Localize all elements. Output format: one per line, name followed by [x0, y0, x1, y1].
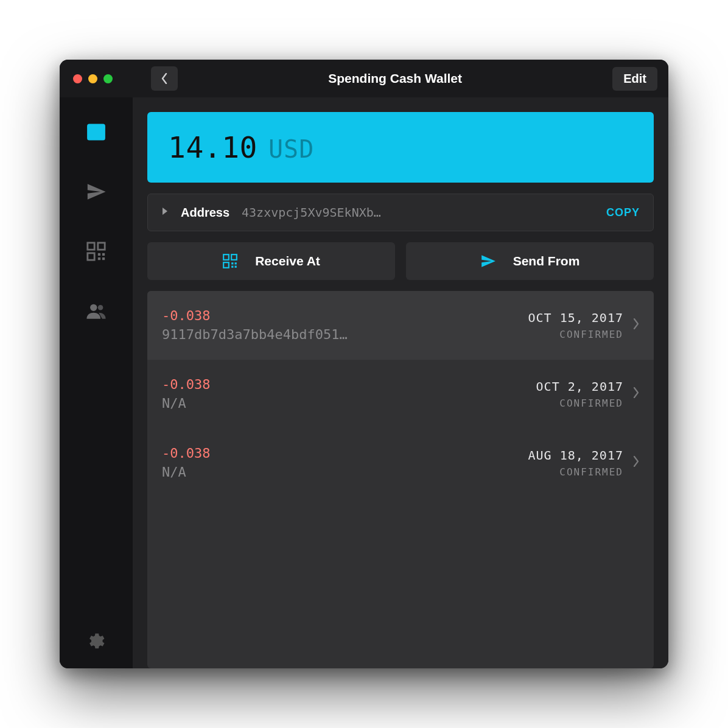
- window-controls: [73, 74, 134, 83]
- svg-rect-7: [98, 257, 100, 260]
- gear-icon: [86, 631, 107, 651]
- balance-card: 14.10 USD: [147, 112, 654, 183]
- chevron-right-icon: [633, 387, 639, 401]
- contacts-icon: [86, 301, 107, 321]
- body: 14.10 USD Address 43zxvpcj5Xv9SEkNXb… CO…: [60, 97, 668, 668]
- titlebar: Spending Cash Wallet Edit: [60, 60, 668, 97]
- svg-rect-3: [98, 243, 105, 250]
- qr-code-icon: [86, 241, 107, 262]
- svg-rect-2: [88, 243, 94, 250]
- chevron-right-icon: [633, 456, 639, 469]
- minimize-window-button[interactable]: [88, 74, 97, 83]
- svg-rect-5: [98, 253, 100, 256]
- tx-hash: N/A: [162, 464, 519, 480]
- sidebar-wallet[interactable]: [86, 122, 107, 142]
- svg-rect-12: [231, 254, 237, 260]
- address-label: Address: [181, 206, 229, 220]
- svg-rect-6: [102, 253, 105, 256]
- page-title: Spending Cash Wallet: [178, 71, 612, 86]
- address-row[interactable]: Address 43zxvpcj5Xv9SEkNXb… COPY: [147, 194, 654, 231]
- tx-amount: -0.038: [162, 308, 519, 323]
- balance-amount: 14.10: [168, 130, 257, 164]
- tx-status: CONFIRMED: [528, 329, 624, 340]
- sidebar-send[interactable]: [86, 181, 107, 202]
- svg-rect-17: [235, 266, 237, 268]
- tx-hash: 9117db7d3a7bb4e4bdf051…: [162, 327, 519, 342]
- send-button[interactable]: Send From: [406, 242, 654, 280]
- svg-rect-13: [223, 262, 229, 268]
- balance-currency: USD: [268, 135, 314, 163]
- sidebar-settings[interactable]: [86, 631, 107, 651]
- triangle-right-icon: [161, 207, 169, 215]
- transaction-row[interactable]: -0.038 N/A OCT 2, 2017 CONFIRMED: [147, 360, 654, 429]
- maximize-window-button[interactable]: [103, 74, 113, 83]
- tx-date: AUG 18, 2017: [528, 448, 624, 463]
- svg-rect-16: [231, 266, 233, 268]
- transaction-row[interactable]: -0.038 9117db7d3a7bb4e4bdf051… OCT 15, 2…: [147, 291, 654, 360]
- tx-date: OCT 15, 2017: [528, 310, 624, 325]
- transaction-row[interactable]: -0.038 N/A AUG 18, 2017 CONFIRMED: [147, 429, 654, 497]
- svg-rect-11: [223, 254, 229, 260]
- sidebar-receive[interactable]: [86, 241, 107, 262]
- svg-rect-14: [231, 262, 233, 264]
- back-button[interactable]: [151, 66, 178, 91]
- qr-code-icon: [222, 253, 238, 269]
- svg-point-10: [98, 305, 103, 310]
- tx-amount: -0.038: [162, 377, 527, 392]
- action-row: Receive At Send From: [147, 242, 654, 280]
- svg-rect-8: [102, 257, 105, 260]
- tx-date: OCT 2, 2017: [536, 379, 623, 394]
- address-value: 43zxvpcj5Xv9SEkNXb…: [242, 205, 594, 220]
- receive-label: Receive At: [255, 254, 320, 268]
- paper-plane-icon: [480, 253, 496, 269]
- chevron-right-icon: [633, 318, 639, 332]
- paper-plane-icon: [86, 181, 107, 202]
- chevron-left-icon: [161, 73, 167, 84]
- sidebar-contacts[interactable]: [86, 301, 107, 321]
- svg-point-9: [90, 304, 97, 311]
- tx-status: CONFIRMED: [528, 466, 624, 478]
- main-content: 14.10 USD Address 43zxvpcj5Xv9SEkNXb… CO…: [133, 97, 668, 668]
- sidebar: [60, 97, 133, 668]
- edit-button[interactable]: Edit: [612, 67, 657, 91]
- wallet-icon: [86, 122, 107, 142]
- tx-amount: -0.038: [162, 446, 519, 461]
- tx-hash: N/A: [162, 396, 527, 411]
- expand-address-toggle[interactable]: [161, 207, 169, 218]
- tx-status: CONFIRMED: [536, 397, 623, 409]
- close-window-button[interactable]: [73, 74, 82, 83]
- svg-rect-4: [88, 253, 94, 260]
- copy-address-button[interactable]: COPY: [606, 206, 640, 219]
- app-window: Spending Cash Wallet Edit: [60, 60, 668, 668]
- svg-rect-15: [235, 262, 237, 264]
- transaction-list: -0.038 9117db7d3a7bb4e4bdf051… OCT 15, 2…: [147, 291, 654, 668]
- svg-rect-1: [88, 124, 105, 128]
- receive-button[interactable]: Receive At: [147, 242, 395, 280]
- send-label: Send From: [513, 254, 580, 268]
